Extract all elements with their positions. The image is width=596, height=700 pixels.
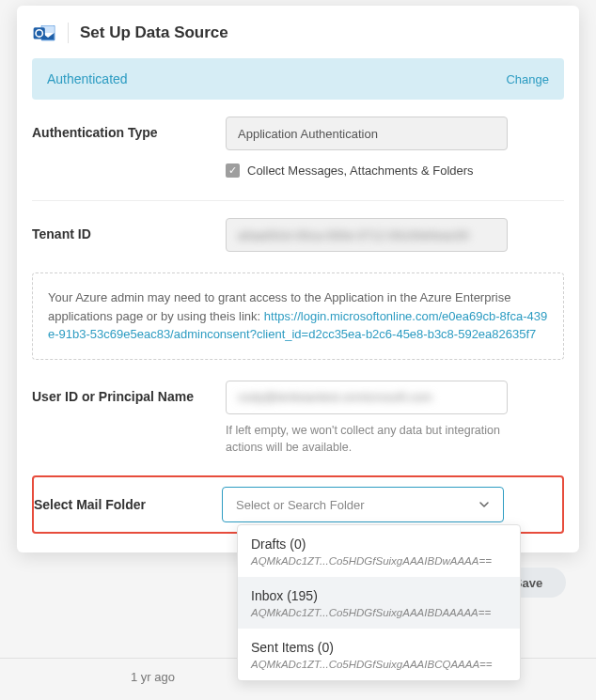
mail-folder-dropdown: Drafts (0) AQMkADc1ZT...Co5HDGfSuixgAAAI… <box>237 524 521 681</box>
mail-folder-select[interactable]: Select or Search Folder <box>222 487 504 522</box>
outlook-icon <box>32 21 56 45</box>
section-separator <box>32 200 564 201</box>
auth-banner: Authenticated Change <box>32 58 564 100</box>
dropdown-item-inbox[interactable]: Inbox (195) AQMkADc1ZT...Co5HDGfSuixgAAA… <box>238 577 520 629</box>
dropdown-item-title: Sent Items (0) <box>251 640 507 655</box>
bg-col-age: 1 yr ago <box>131 670 175 684</box>
dropdown-item-drafts[interactable]: Drafts (0) AQMkADc1ZT...Co5HDGfSuixgAAAI… <box>238 525 520 577</box>
modal-header: Set Up Data Source <box>17 6 579 58</box>
dropdown-item-sub: AQMkADc1ZT...Co5HDGfSuixgAAAIBCQAAAA== <box>251 659 507 670</box>
dropdown-item-title: Drafts (0) <box>251 537 507 552</box>
change-auth-link[interactable]: Change <box>506 72 549 86</box>
user-id-hint: If left empty, we won't collect any data… <box>226 422 508 458</box>
user-id-row: User ID or Principal Name cody@tenkeante… <box>17 381 579 458</box>
collect-checkbox-label: Collect Messages, Attachments & Folders <box>247 163 474 178</box>
user-id-label: User ID or Principal Name <box>32 381 226 404</box>
auth-type-row: Authentication Type Application Authenti… <box>17 117 579 185</box>
dropdown-item-title: Inbox (195) <box>251 588 507 603</box>
user-id-input[interactable]: cody@tenkeantest.onmicrosoft.com <box>226 381 508 414</box>
user-id-value: cody@tenkeantest.onmicrosoft.com <box>238 390 432 404</box>
auth-type-select[interactable]: Application Authentication <box>226 117 508 150</box>
dropdown-item-sub: AQMkADc1ZT...Co5HDGfSuixgAAAIBDwAAAA== <box>251 555 507 567</box>
mail-folder-label: Select Mail Folder <box>34 497 222 512</box>
auth-type-label: Authentication Type <box>32 117 226 140</box>
dropdown-item-sent[interactable]: Sent Items (0) AQMkADc1ZT...Co5HDGfSuixg… <box>238 629 520 680</box>
auth-type-value: Application Authentication <box>238 127 378 141</box>
auth-status-label: Authenticated <box>47 71 128 86</box>
collect-checkbox[interactable]: ✓ <box>226 163 240 178</box>
admin-consent-info: Your Azure admin may need to grant acces… <box>32 272 564 360</box>
setup-data-source-modal: Set Up Data Source Authenticated Change … <box>17 6 579 552</box>
mail-folder-placeholder: Select or Search Folder <box>236 498 365 512</box>
tenant-id-row: Tenant ID a0aa00cb-00ca-000e-0712-00c00e… <box>17 218 579 252</box>
tenant-id-label: Tenant ID <box>32 218 226 241</box>
collect-checkbox-row[interactable]: ✓ Collect Messages, Attachments & Folder… <box>226 163 564 178</box>
chevron-down-icon <box>478 499 490 510</box>
dropdown-item-sub: AQMkADc1ZT...Co5HDGfSuixgAAAIBDAAAAA== <box>251 607 507 618</box>
tenant-id-value: a0aa00cb-00ca-000e-0712-00c00e0eac00 <box>238 228 469 242</box>
modal-title: Set Up Data Source <box>80 23 228 42</box>
tenant-id-input[interactable]: a0aa00cb-00ca-000e-0712-00c00e0eac00 <box>226 218 508 252</box>
header-separator <box>68 23 69 43</box>
